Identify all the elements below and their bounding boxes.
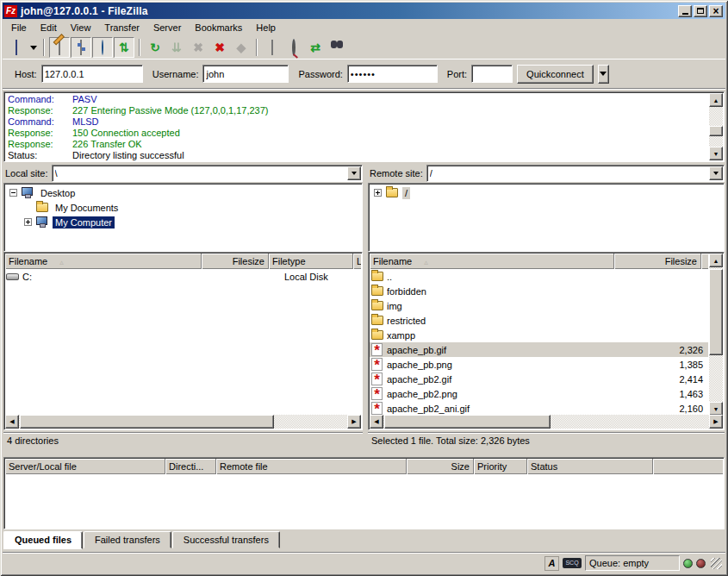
tab-queued-files[interactable]: Queued files — [3, 531, 83, 549]
minimize-button[interactable] — [678, 5, 692, 17]
folder-icon — [370, 270, 385, 283]
tab-failed-transfers[interactable]: Failed transfers — [84, 531, 171, 548]
column-header-direction[interactable]: Directi... — [165, 459, 216, 474]
tree-item-label-selected[interactable]: My Computer — [53, 216, 115, 229]
remote-site-combobox[interactable]: / — [426, 165, 725, 182]
scroll-right-icon[interactable]: ▶ — [709, 415, 723, 429]
username-input[interactable] — [202, 65, 289, 83]
scrollbar-thumb[interactable] — [709, 126, 723, 136]
file-row[interactable]: forbidden — [370, 284, 708, 298]
log-prefix: Response: — [5, 105, 72, 116]
expand-icon[interactable] — [24, 218, 32, 226]
file-row[interactable]: apache_pb.png1,385 — [370, 357, 708, 372]
computer-icon — [35, 216, 50, 229]
toggle-message-log-button[interactable] — [49, 37, 70, 58]
column-header-server-local-file[interactable]: Server/Local file — [5, 459, 165, 474]
menu-help[interactable]: Help — [249, 20, 283, 35]
menu-edit[interactable]: Edit — [34, 20, 64, 35]
expand-icon[interactable] — [374, 189, 382, 197]
close-button[interactable]: × — [709, 5, 723, 17]
filter-button[interactable] — [262, 37, 283, 58]
port-input[interactable] — [471, 65, 513, 83]
column-header-filesize[interactable]: Filesize — [614, 254, 701, 269]
folder-open-icon — [385, 186, 400, 199]
scroll-up-icon[interactable]: ▲ — [709, 93, 723, 107]
scroll-down-icon[interactable]: ▼ — [709, 402, 723, 416]
tree-item-label[interactable]: My Documents — [53, 202, 121, 214]
menu-server[interactable]: Server — [146, 20, 188, 35]
scroll-up-icon[interactable]: ▲ — [709, 254, 723, 267]
title-bar[interactable]: Fz john@127.0.0.1 - FileZilla × — [3, 3, 725, 19]
scroll-right-icon[interactable]: ▶ — [347, 415, 361, 429]
password-input[interactable] — [347, 65, 438, 83]
toolbar-separator — [256, 39, 258, 56]
toggle-local-tree-button[interactable] — [71, 37, 91, 58]
column-header-filename[interactable]: Filename▵ — [5, 254, 202, 269]
tree-item-my-computer[interactable]: My Computer — [6, 215, 362, 229]
speed-limit-indicator-icon[interactable]: SCQ — [563, 558, 582, 568]
scroll-left-icon[interactable]: ◀ — [5, 415, 19, 429]
tree-item-label[interactable]: Desktop — [38, 187, 78, 199]
column-header-filename[interactable]: Filename▵ — [370, 254, 614, 269]
local-site-dropdown-button[interactable] — [347, 166, 361, 180]
file-row[interactable]: restricted — [370, 313, 708, 328]
file-row[interactable]: img — [370, 298, 708, 313]
column-header-size[interactable]: Size — [407, 459, 474, 474]
quickconnect-button[interactable]: Quickconnect — [517, 65, 594, 84]
tree-item-desktop[interactable]: Desktop — [6, 185, 362, 200]
find-files-button[interactable] — [327, 37, 347, 58]
menu-bookmarks[interactable]: Bookmarks — [188, 20, 249, 35]
tree-item-root[interactable]: / — [370, 185, 724, 200]
refresh-button[interactable]: ↻ — [145, 37, 165, 58]
file-row[interactable]: apache_pb2.png1,463 — [370, 386, 708, 401]
column-header-priority[interactable]: Priority — [474, 459, 527, 474]
column-header-status[interactable]: Status — [527, 459, 653, 474]
file-row[interactable]: apache_pb2.gif2,414 — [370, 372, 708, 386]
transfer-type-indicator-icon[interactable]: A — [544, 556, 559, 571]
disconnect-button[interactable]: ✖ — [209, 37, 230, 58]
tree-item-my-documents[interactable]: My Documents — [6, 200, 362, 215]
queue-size-indicator: Queue: empty — [585, 555, 680, 571]
log-scrollbar[interactable]: ▲ ▼ — [709, 93, 723, 160]
sort-ascending-icon: ▵ — [59, 254, 64, 269]
toggle-transfer-queue-button[interactable]: ⇅ — [114, 37, 134, 58]
remote-vertical-scrollbar[interactable]: ▲ ▼ — [709, 254, 723, 416]
maximize-button[interactable] — [694, 5, 707, 17]
scrollbar-thumb[interactable] — [384, 415, 551, 429]
site-manager-dropdown-button[interactable] — [28, 37, 39, 58]
file-row-c-drive[interactable]: C: Local Disk — [5, 269, 361, 284]
file-row-selected[interactable]: apache_pb.gif2,326 — [370, 342, 708, 357]
transfer-queue: Server/Local file Directi... Remote file… — [3, 457, 725, 529]
column-header-remote-file[interactable]: Remote file — [216, 459, 407, 474]
remote-horizontal-scrollbar[interactable]: ◀ ▶ — [370, 415, 723, 429]
quickconnect-bar: Host: Username: Password: Port: Quickcon… — [3, 59, 725, 89]
menu-transfer[interactable]: Transfer — [97, 20, 146, 35]
file-row[interactable]: .. — [370, 269, 708, 284]
menu-view[interactable]: View — [64, 20, 98, 35]
column-header-lastmodified[interactable]: L — [353, 254, 361, 269]
site-manager-button[interactable] — [6, 37, 27, 58]
local-horizontal-scrollbar[interactable]: ◀ ▶ — [5, 415, 361, 429]
resize-grip[interactable] — [711, 558, 722, 569]
file-row[interactable]: apache_pb2_ani.gif2,160 — [370, 401, 708, 416]
quickconnect-dropdown-button[interactable] — [598, 65, 609, 84]
local-site-combobox[interactable]: \ — [52, 165, 363, 182]
compare-button[interactable] — [283, 37, 304, 58]
toggle-remote-tree-button[interactable] — [92, 37, 113, 58]
scrollbar-thumb[interactable] — [20, 415, 274, 429]
password-label: Password: — [298, 69, 342, 79]
scroll-down-icon[interactable]: ▼ — [709, 147, 723, 160]
column-header-filetype[interactable]: Filetype — [269, 254, 353, 269]
remote-site-dropdown-button[interactable] — [709, 166, 723, 180]
host-input[interactable] — [41, 65, 143, 83]
scroll-left-icon[interactable]: ◀ — [370, 415, 383, 429]
tree-item-label-selected[interactable]: / — [402, 187, 410, 199]
sync-browsing-button[interactable]: ⇄ — [305, 37, 326, 58]
tab-successful-transfers[interactable]: Successful transfers — [172, 531, 280, 548]
file-row[interactable]: xampp — [370, 328, 708, 342]
scrollbar-thumb[interactable] — [709, 269, 723, 355]
remote-site-label: Remote site: — [368, 168, 426, 178]
menu-file[interactable]: File — [4, 20, 34, 35]
collapse-icon[interactable] — [9, 189, 17, 197]
column-header-filesize[interactable]: Filesize — [202, 254, 269, 269]
